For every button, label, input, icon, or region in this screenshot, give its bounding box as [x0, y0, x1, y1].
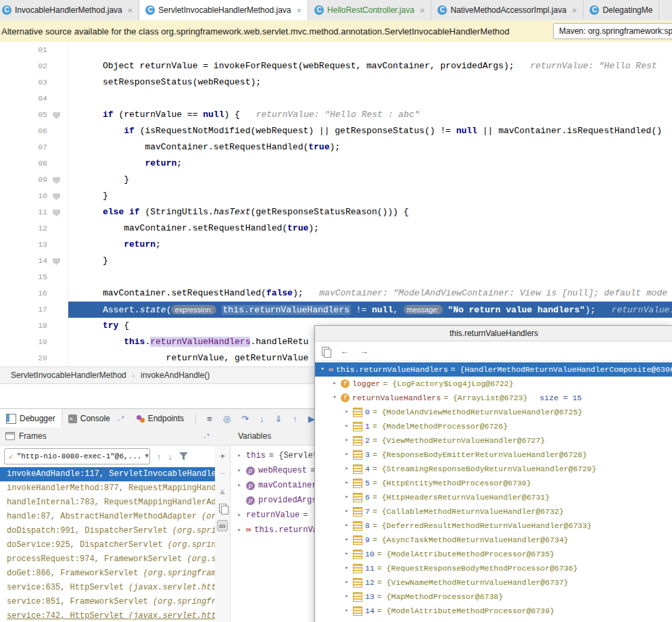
code-line[interactable]: 04 [0, 91, 672, 107]
line-number[interactable]: 09 [0, 172, 47, 188]
expander-icon[interactable]: ▸ [343, 448, 350, 462]
line-number[interactable]: 13 [0, 237, 47, 253]
editor-gutter[interactable]: 04 [0, 91, 68, 107]
tab-close-icon[interactable]: × [572, 5, 577, 16]
tab-close-icon[interactable]: × [420, 5, 425, 16]
editor-gutter[interactable]: 07 [0, 139, 68, 156]
code-text[interactable]: mavContainer.setRequestHandled(true); [68, 139, 672, 156]
next-frame-icon[interactable]: ↓ [168, 452, 173, 462]
show-watches-icon[interactable]: ∞ [217, 520, 227, 531]
editor-gutter[interactable]: 10 [0, 188, 68, 204]
frame-row[interactable]: invokeHandlerMethod:877, RequestMappingH… [0, 481, 215, 496]
popup-tree-row[interactable]: ▸9= {AsyncTaskMethodReturnValueHandler@6… [315, 533, 672, 547]
line-number[interactable]: 04 [0, 91, 47, 107]
alternative-source-select[interactable]: Maven: org.springframework:spri [553, 23, 672, 39]
code-line[interactable]: 08 return; [0, 156, 672, 172]
line-number[interactable]: 01 [0, 42, 47, 58]
popup-tree-row[interactable]: ▸1= {ModelMethodProcessor@6726} [315, 419, 672, 433]
editor-gutter[interactable]: 05 [0, 107, 68, 123]
frame-row[interactable]: handle:87, AbstractHandlerMethodAdapter … [0, 510, 215, 524]
editor-gutter[interactable]: 18 [0, 318, 68, 334]
frame-row[interactable]: doDispatch:991, DispatcherServlet (org.s… [0, 524, 215, 538]
expander-icon[interactable]: ▸ [343, 462, 350, 476]
expander-icon[interactable]: ▸ [236, 478, 243, 493]
line-number[interactable]: 17 [0, 302, 47, 318]
settings-menu-icon[interactable]: ≡ [207, 414, 212, 424]
code-text[interactable] [68, 269, 672, 285]
line-number[interactable]: 18 [0, 318, 47, 334]
code-line[interactable]: 10 } [0, 188, 672, 204]
editor-gutter[interactable]: 14 [0, 253, 68, 269]
editor-gutter[interactable]: 03 [0, 74, 68, 91]
code-text[interactable]: mavContainer.setRequestHandled(true); [68, 220, 672, 237]
expander-icon[interactable]: ▸ [236, 448, 243, 463]
line-number[interactable]: 05 [0, 107, 47, 123]
popup-tree-row[interactable]: ▸6= {HttpHeadersReturnValueHandler@6731} [315, 490, 672, 504]
code-text[interactable]: return; [68, 237, 672, 253]
editor-gutter[interactable]: 02 [0, 58, 68, 74]
thread-dropdown[interactable]: ✓ "http-nio-8080-exec-1"@6,... ▼ [4, 448, 150, 464]
code-editor[interactable]: 0102 Object returnValue = invokeForReque… [0, 42, 672, 366]
tab-debugger[interactable]: Debugger [0, 409, 62, 428]
step-out-icon[interactable]: ↑ [293, 414, 297, 424]
tab-console[interactable]: >_ Console →* [62, 409, 130, 428]
code-line[interactable]: 05 if (returnValue == null) { returnValu… [0, 107, 672, 123]
expander-icon[interactable]: ▸ [343, 490, 350, 504]
hide-library-frames-icon[interactable] [179, 452, 188, 460]
line-number[interactable]: 12 [0, 220, 47, 237]
frame-row[interactable]: service:635, HttpServlet (javax.servlet.… [0, 581, 215, 595]
popup-tree-row[interactable]: ▸flogger= {LogFactory$Log4jLog@6722} [315, 377, 672, 391]
expander-icon[interactable]: ▸ [343, 519, 350, 533]
code-line[interactable]: 14 } [0, 253, 672, 269]
code-line[interactable]: 12 mavContainer.setRequestHandled(true); [0, 220, 672, 237]
frame-row[interactable]: service:742, HttpServlet (javax.servlet.… [0, 609, 215, 622]
frame-row[interactable]: service:851, FrameworkServlet (org.sprin… [0, 595, 215, 609]
code-text[interactable]: } [68, 188, 672, 204]
expander-icon[interactable]: ▾ [319, 362, 326, 377]
popup-tree-row[interactable]: ▸11= {RequestResponseBodyMethodProcessor… [315, 561, 672, 575]
code-text[interactable]: mavContainer.setRequestHandled(false); m… [68, 285, 672, 302]
code-line[interactable]: 06 if (isRequestNotModified(webRequest) … [0, 123, 672, 139]
code-line[interactable]: 13 return; [0, 237, 672, 253]
show-execution-point-icon[interactable]: ◎ [223, 414, 231, 424]
line-number[interactable]: 16 [0, 285, 47, 302]
expander-icon[interactable]: ▸ [343, 433, 350, 448]
code-text[interactable]: return; [68, 156, 672, 172]
code-text[interactable]: } [68, 172, 672, 188]
tab-endpoints[interactable]: Endpoints [130, 409, 190, 428]
editor-gutter[interactable]: 12 [0, 220, 68, 237]
frame-row[interactable]: processRequest:974, FrameworkServlet (or… [0, 552, 215, 567]
move-up-icon[interactable]: ▲ [218, 486, 227, 496]
code-line[interactable]: 11 else if (StringUtils.hasText(getRespo… [0, 204, 672, 220]
editor-gutter[interactable]: 09 [0, 172, 68, 188]
code-text[interactable]: setResponseStatus(webRequest); [68, 74, 672, 91]
tab-close-icon[interactable]: × [296, 5, 302, 16]
popup-tree-row[interactable]: ▸0= {ModelAndViewMethodReturnValueHandle… [315, 405, 672, 419]
remove-watch-icon[interactable]: − [220, 469, 225, 479]
popup-tree-row[interactable]: ▸7= {CallableMethodReturnValueHandler@67… [315, 504, 672, 519]
breadcrumb-class[interactable]: ServletInvocableHandlerMethod [11, 370, 126, 380]
code-text[interactable]: if (returnValue == null) { returnValue: … [68, 107, 672, 123]
expander-icon[interactable]: ▸ [343, 533, 350, 547]
expander-icon[interactable]: ▸ [343, 547, 350, 561]
expander-icon[interactable]: ▸ [343, 476, 350, 490]
code-line[interactable]: 17 Assert.state(expression: this.returnV… [0, 302, 672, 318]
expander-icon[interactable]: ▸ [343, 504, 350, 519]
popup-tree-row[interactable]: ▸3= {ResponseBodyEmitterReturnValueHandl… [315, 448, 672, 462]
frame-row[interactable]: handleInternal:783, RequestMappingHandle… [0, 496, 215, 510]
frame-row[interactable]: doGet:866, FrameworkServlet (org.springf… [0, 567, 215, 581]
popup-tree-row[interactable]: ▸4= {StreamingResponseBodyReturnValueHan… [315, 462, 672, 476]
editor-gutter[interactable]: 06 [0, 123, 68, 139]
popup-tree-row[interactable]: ▾freturnValueHandlers= {ArrayList@6723}s… [315, 391, 672, 405]
forward-icon[interactable]: → [360, 346, 368, 356]
editor-tab[interactable]: CDelegatingMe [583, 0, 659, 20]
code-text[interactable] [68, 91, 672, 107]
popup-tree-row[interactable]: ▸5= {HttpEntityMethodProcessor@6730} [315, 476, 672, 490]
step-over-icon[interactable]: ↷ [241, 414, 249, 424]
jump-to-console-icon[interactable]: →* [115, 415, 124, 423]
line-number[interactable]: 07 [0, 139, 47, 156]
editor-tab[interactable]: CNativeMethodAccessorImpl.java× [431, 0, 583, 20]
code-text[interactable]: Assert.state(expression: this.returnValu… [68, 302, 672, 318]
copy-value-icon[interactable] [322, 347, 329, 356]
expander-icon[interactable]: ▸ [343, 590, 350, 604]
